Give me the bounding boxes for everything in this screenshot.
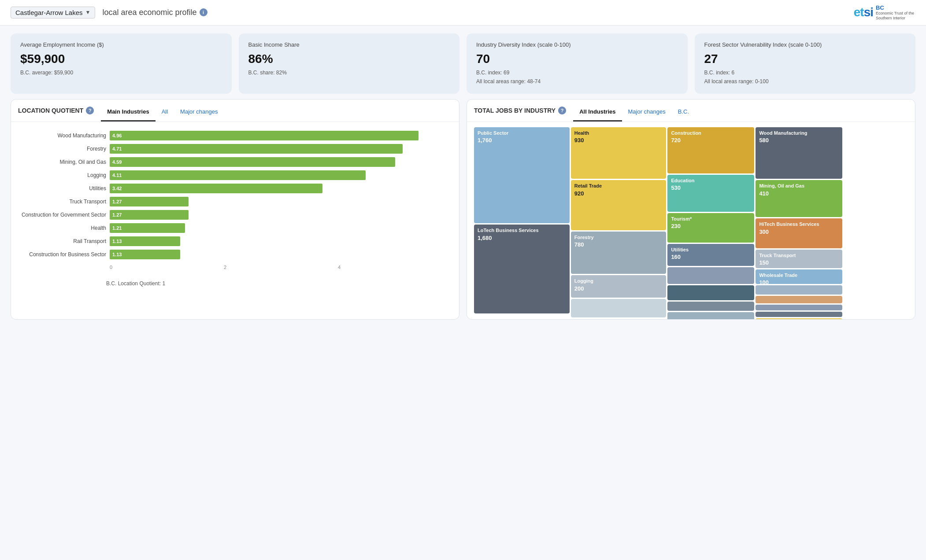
treemap-area: Public Sector 1,760 LoTech Business Serv… bbox=[467, 122, 915, 319]
bar-value: 3.42 bbox=[110, 186, 122, 191]
treemap-cell bbox=[756, 305, 842, 310]
bar-fill: 1.13 bbox=[110, 236, 180, 246]
treemap-cell-value: 930 bbox=[574, 137, 663, 144]
lq-panel-header: LOCATION QUOTIENT ? Main Industries All … bbox=[11, 99, 459, 122]
lq-panel-title: LOCATION QUOTIENT ? bbox=[18, 107, 101, 120]
metric-vulnerability-index: Forest Sector Vulnerability Index (scale… bbox=[695, 33, 916, 94]
treemap-cell-value: 300 bbox=[759, 228, 839, 235]
bar-label: Forestry bbox=[18, 146, 106, 152]
treemap-cell-value: 150 bbox=[759, 259, 839, 266]
chevron-down-icon: ▼ bbox=[85, 9, 91, 15]
treemap-cell bbox=[756, 285, 842, 295]
info-icon[interactable]: i bbox=[200, 8, 207, 16]
bar-value: 1.21 bbox=[110, 225, 122, 231]
bar-value: 4.59 bbox=[110, 159, 122, 165]
tab-major-changes-tj[interactable]: Major changes bbox=[622, 105, 672, 122]
bar-fill: 4.71 bbox=[110, 144, 403, 154]
treemap-cell: Forestry 780 bbox=[571, 232, 667, 274]
treemap-cell-label: Truck Transport bbox=[759, 252, 839, 258]
bar-label: Logging bbox=[18, 172, 106, 178]
bar-fill: 1.27 bbox=[110, 210, 189, 220]
treemap-cell: HiTech Business Services 300 bbox=[756, 218, 842, 248]
logo-si: si bbox=[864, 5, 873, 19]
treemap-cell: Retail Trade 920 bbox=[571, 180, 667, 230]
bar-value: 4.96 bbox=[110, 133, 122, 138]
bar-label: Utilities bbox=[18, 185, 106, 192]
metric-basic-income: Basic Income Share 86% B.C. share: 82% bbox=[239, 33, 460, 94]
bar-row: Utilities 3.42 bbox=[18, 184, 452, 193]
treemap-cell: Logging 200 bbox=[571, 275, 667, 297]
tab-all-industries[interactable]: All Industries bbox=[573, 105, 622, 122]
lq-info-icon[interactable]: ? bbox=[86, 107, 94, 114]
header-left: Castlegar-Arrow Lakes ▼ local area econo… bbox=[11, 7, 207, 18]
bar-value: 4.71 bbox=[110, 146, 122, 151]
treemap-cell bbox=[756, 312, 842, 317]
treemap-cell: Construction 720 bbox=[667, 127, 754, 173]
bar-container: 4.11 bbox=[110, 170, 452, 180]
bar-container: 1.27 bbox=[110, 197, 452, 206]
bar-fill: 1.13 bbox=[110, 250, 180, 259]
treemap-cell bbox=[756, 318, 842, 320]
treemap-cell bbox=[667, 285, 754, 300]
treemap-cell-label: Forestry bbox=[574, 234, 663, 240]
treemap-cell bbox=[667, 312, 754, 320]
treemap-cell-label: Health bbox=[574, 130, 663, 136]
treemap-cell-label: Retail Trade bbox=[574, 183, 663, 189]
treemap-cell-value: 160 bbox=[671, 254, 751, 260]
treemap-cell: Wood Manufacturing 580 bbox=[756, 127, 842, 179]
tab-all[interactable]: All bbox=[156, 105, 174, 122]
bar-row: Health 1.21 bbox=[18, 223, 452, 233]
metric-value-1: 86% bbox=[248, 52, 450, 66]
metric-sub-0: B.C. average: $59,900 bbox=[20, 69, 222, 77]
treemap-column: Health 930 Retail Trade 920 Forestry 780… bbox=[571, 127, 667, 312]
bar-container: 1.13 bbox=[110, 250, 452, 259]
tab-bc[interactable]: B.C. bbox=[672, 105, 695, 122]
treemap-cell-value: 100 bbox=[759, 279, 839, 284]
treemap-column: Public Sector 1,760 LoTech Business Serv… bbox=[474, 127, 570, 312]
region-selector[interactable]: Castlegar-Arrow Lakes ▼ bbox=[11, 7, 95, 18]
treemap-cell: Utilities 160 bbox=[667, 244, 754, 266]
treemap-cell-label: LoTech Business Services bbox=[478, 227, 566, 233]
bar-container: 3.42 bbox=[110, 184, 452, 193]
bar-label: Health bbox=[18, 225, 106, 231]
treemap-cell: LoTech Business Services 1,680 bbox=[474, 225, 570, 313]
chart-footer: B.C. Location Quotient: 1 bbox=[11, 277, 459, 294]
treemap-cell bbox=[667, 302, 754, 311]
tj-info-icon[interactable]: ? bbox=[558, 107, 566, 114]
treemap-cell: Public Sector 1,760 bbox=[474, 127, 570, 223]
bar-label: Construction for Business Sector bbox=[18, 251, 106, 258]
logo-bc-text: BC Economic Trust of the Southern Interi… bbox=[876, 4, 915, 21]
app-header: Castlegar-Arrow Lakes ▼ local area econo… bbox=[0, 0, 926, 26]
treemap: Public Sector 1,760 LoTech Business Serv… bbox=[474, 127, 908, 312]
treemap-cell: Tourism* 230 bbox=[667, 213, 754, 243]
x-axis: 024 bbox=[110, 263, 452, 270]
logo-et: et bbox=[854, 5, 864, 19]
treemap-cell-label: Wood Manufacturing bbox=[759, 130, 839, 136]
bar-row: Logging 4.11 bbox=[18, 170, 452, 180]
bar-label: Construction for Government Sector bbox=[18, 212, 106, 218]
bar-row: Rail Transport 1.13 bbox=[18, 236, 452, 246]
tj-panel-header: TOTAL JOBS BY INDUSTRY ? All Industries … bbox=[467, 99, 915, 122]
tab-main-industries[interactable]: Main Industries bbox=[101, 105, 155, 122]
metric-value-2: 70 bbox=[476, 52, 678, 66]
treemap-cell-value: 1,760 bbox=[478, 137, 566, 144]
metrics-row: Average Employment Income ($) $59,900 B.… bbox=[0, 26, 926, 99]
bar-fill: 4.11 bbox=[110, 170, 366, 180]
bar-container: 1.21 bbox=[110, 223, 452, 233]
treemap-cell bbox=[667, 267, 754, 284]
x-tick: 0 bbox=[110, 265, 224, 270]
bar-fill: 1.27 bbox=[110, 197, 189, 206]
tab-major-changes-lq[interactable]: Major changes bbox=[174, 105, 224, 122]
bar-row: Forestry 4.71 bbox=[18, 144, 452, 154]
treemap-cell-label: Construction bbox=[671, 130, 751, 136]
bar-label: Truck Transport bbox=[18, 199, 106, 205]
bar-container: 4.71 bbox=[110, 144, 452, 154]
treemap-cell-value: 200 bbox=[574, 285, 663, 292]
bar-label: Rail Transport bbox=[18, 238, 106, 244]
metric-label-3: Forest Sector Vulnerability Index (scale… bbox=[704, 41, 906, 49]
treemap-cell-label: Mining, Oil and Gas bbox=[759, 183, 839, 189]
bar-container: 1.13 bbox=[110, 236, 452, 246]
treemap-cell-label: Public Sector bbox=[478, 130, 566, 136]
treemap-cell-value: 780 bbox=[574, 241, 663, 248]
x-tick: 2 bbox=[224, 265, 338, 270]
